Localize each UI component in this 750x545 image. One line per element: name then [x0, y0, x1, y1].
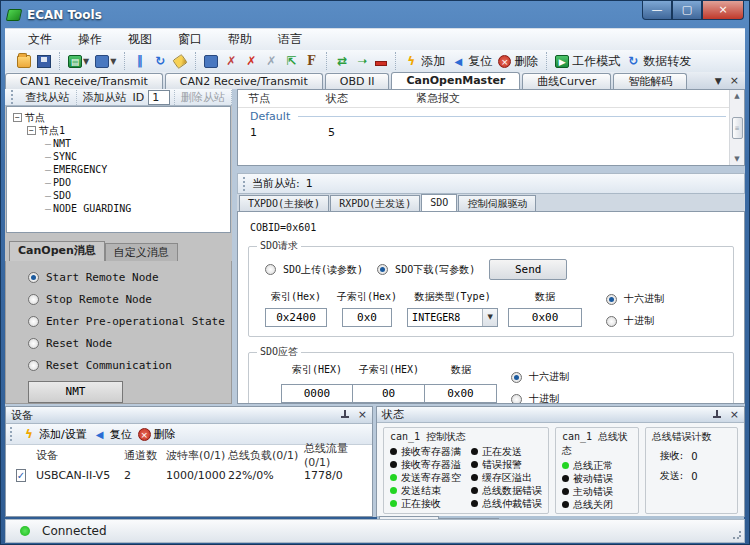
menu-view[interactable]: 视图	[115, 31, 165, 48]
col-channels[interactable]: 通道数	[124, 448, 166, 463]
radio-response-dec[interactable]: 十进制	[511, 392, 569, 404]
menu-file[interactable]: 文件	[15, 31, 65, 48]
tab-curve[interactable]: 曲线Curver	[522, 73, 611, 89]
open-button[interactable]	[17, 55, 31, 68]
pin-icon[interactable]	[712, 410, 722, 420]
radio-start-remote-node[interactable]: Start Remote Node	[28, 271, 231, 284]
tab-canopenmaster[interactable]: CanOpenMaster	[391, 72, 520, 89]
delete-device-button[interactable]: ×删除	[498, 53, 538, 70]
radio-request-hex[interactable]: 十六进制	[606, 292, 664, 306]
radio-icon[interactable]	[377, 264, 388, 275]
radio-reset-node[interactable]: Reset Node	[28, 337, 231, 350]
scroll-thumb[interactable]: ≡	[732, 117, 743, 139]
radio-sdo-upload[interactable]: SDO上传(读参数)	[265, 263, 363, 277]
edit-delete-button[interactable]: ✗	[224, 55, 238, 68]
tab-close-icon[interactable]: ×	[730, 74, 739, 87]
data-input[interactable]: 0x00	[508, 308, 582, 327]
pin-icon[interactable]	[340, 410, 350, 420]
menu-help[interactable]: 帮助	[215, 31, 265, 48]
tab-custom-message[interactable]: 自定义消息	[105, 243, 178, 261]
close-button[interactable]: ×	[702, 1, 744, 20]
horizontal-splitter[interactable]	[237, 166, 745, 173]
send-arrow-button[interactable]: ➝	[355, 55, 369, 68]
menu-language[interactable]: 语言	[265, 31, 315, 48]
device-delete-button[interactable]: ×删除	[138, 427, 176, 442]
tree-leaf-emergency[interactable]: —EMERGENCY	[13, 163, 230, 176]
export-dropdown-button[interactable]: ▤▼	[68, 55, 89, 68]
scroll-down-icon[interactable]: ▼	[734, 155, 739, 163]
menu-window[interactable]: 窗口	[165, 31, 215, 48]
cut-button[interactable]: ✗	[264, 55, 278, 68]
pause-button[interactable]: ‖	[133, 55, 147, 68]
clear-button[interactable]	[173, 55, 187, 68]
find-slave-button[interactable]: 查找从站	[20, 90, 77, 105]
import-dropdown-button[interactable]: ▼	[95, 55, 116, 68]
toolbar-grip[interactable]	[10, 427, 14, 441]
scroll-up-icon[interactable]: ▲	[734, 92, 739, 100]
tree-node-root[interactable]: −节点	[13, 111, 230, 124]
nmt-send-button[interactable]: NMT	[28, 381, 123, 403]
radio-icon[interactable]	[28, 272, 39, 283]
resize-grip-icon[interactable]	[732, 530, 742, 540]
add-slave-button[interactable]: 添加从站	[77, 90, 133, 105]
tab-canopen-message[interactable]: CanOpen消息	[9, 241, 105, 261]
toolbar-grip[interactable]	[11, 90, 15, 104]
titlebar[interactable]: ECAN Tools — ▢ ×	[1, 1, 749, 28]
radio-icon[interactable]	[606, 294, 617, 305]
panel-close-icon[interactable]: ×	[730, 410, 739, 420]
radio-icon[interactable]	[28, 294, 39, 305]
device-reset-button[interactable]: ◀复位	[93, 427, 132, 442]
radio-stop-remote-node[interactable]: Stop Remote Node	[28, 293, 231, 306]
col-state[interactable]: 状态	[316, 91, 406, 106]
slave-id-input[interactable]: 1	[148, 90, 170, 105]
radio-sdo-download[interactable]: SDO下载(写参数)	[377, 263, 475, 277]
tree-node-1[interactable]: −节点1	[13, 124, 230, 137]
radio-icon[interactable]	[28, 338, 39, 349]
paste-button[interactable]: ⇱	[284, 55, 298, 68]
tab-rxpdo[interactable]: RXPDO(主发送)	[330, 195, 420, 211]
tab-txpdo[interactable]: TXPDO(主接收)	[239, 195, 329, 211]
radio-enter-preoperational[interactable]: Enter Pre-operational State	[28, 315, 231, 328]
radio-icon[interactable]	[28, 360, 39, 371]
subindex-input[interactable]: 0x0	[342, 308, 392, 327]
col-load[interactable]: 总线负载(0/1)	[228, 448, 304, 463]
datatype-select[interactable]: INTEGER8 ▼	[407, 308, 498, 327]
node-table-scrollbar[interactable]: ▲ ≡ ▼	[729, 90, 744, 165]
add-device-button[interactable]: ϟ添加	[404, 53, 445, 70]
save-button[interactable]	[37, 55, 51, 68]
col-node[interactable]: 节点	[238, 91, 316, 106]
collapse-icon[interactable]: −	[27, 126, 36, 135]
data-forward-button[interactable]: ↻数据转发	[626, 53, 691, 70]
col-flow[interactable]: 总线流量(0/1)	[304, 441, 372, 469]
remove-button[interactable]: ✗	[244, 55, 258, 68]
new-frame-button[interactable]	[204, 55, 218, 68]
radio-icon[interactable]	[265, 264, 276, 275]
dropdown-arrow-icon[interactable]: ▼	[482, 309, 497, 326]
device-row[interactable]: ✓ USBCAN-II-V5 2 1000/1000 22%/0% 1778/0	[6, 465, 372, 485]
work-mode-button[interactable]: ▶工作模式	[555, 53, 620, 70]
tab-can2[interactable]: CAN2 Receive/Transmit	[165, 73, 323, 89]
radio-icon[interactable]	[28, 316, 39, 327]
tab-sdo[interactable]: SDO	[421, 194, 457, 211]
tab-list-dropdown-icon[interactable]: ▼	[715, 76, 722, 86]
radio-icon[interactable]	[511, 372, 522, 383]
collapse-icon[interactable]: −	[13, 113, 22, 122]
menu-operate[interactable]: 操作	[65, 31, 115, 48]
device-checkbox[interactable]: ✓	[16, 469, 26, 482]
radio-request-dec[interactable]: 十进制	[606, 314, 664, 328]
radio-reset-communication[interactable]: Reset Communication	[28, 359, 231, 372]
font-button[interactable]: F	[304, 55, 318, 68]
col-baud[interactable]: 波特率(0/1)	[166, 448, 228, 463]
tab-can1[interactable]: CAN1 Receive/Transmit	[5, 73, 163, 89]
radio-icon[interactable]	[511, 394, 522, 405]
delete-slave-button[interactable]: 删除从站	[174, 90, 232, 105]
tab-obd2[interactable]: OBD II	[325, 73, 390, 89]
col-emergency[interactable]: 紧急报文	[406, 91, 744, 106]
tree-leaf-pdo[interactable]: —PDO	[13, 176, 230, 189]
tab-servo-control[interactable]: 控制伺服驱动	[458, 195, 536, 211]
panel-close-icon[interactable]: ×	[358, 410, 367, 420]
stop-button[interactable]	[375, 57, 387, 66]
col-device[interactable]: 设备	[36, 448, 124, 463]
minimize-button[interactable]: —	[642, 1, 672, 20]
tab-smart-decode[interactable]: 智能解码	[613, 73, 687, 89]
